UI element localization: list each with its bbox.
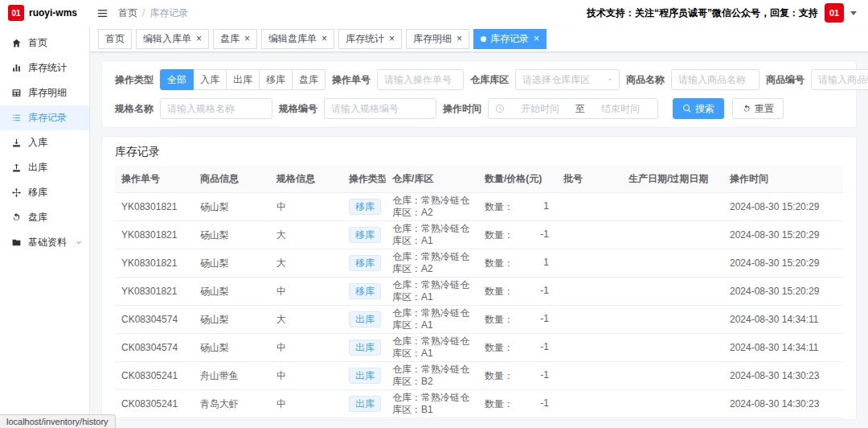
tab-stocktake[interactable]: 盘库×: [213, 29, 257, 49]
cell-batch: [557, 418, 622, 421]
operation-type-option[interactable]: 盘库: [293, 69, 326, 90]
records-table-body: YK08301821砀山梨中移库仓库：常熟冷链仓库区：A2数量：12024-08…: [115, 193, 843, 421]
tab-edit-inbound-order[interactable]: 编辑入库单×: [136, 29, 209, 49]
tab-inventory-detail[interactable]: 库存明细×: [406, 29, 469, 49]
operation-no-input[interactable]: [377, 69, 464, 90]
sidebar-item-label: 库存统计: [28, 61, 67, 75]
cell-qty: 数量：-1: [478, 390, 557, 418]
operation-type-badge: 出库: [349, 368, 381, 384]
sidebar-item-inventory-detail[interactable]: 库存明细: [0, 80, 89, 105]
sidebar-item-inbound[interactable]: 入库: [0, 130, 89, 155]
warehouse-area-label: 仓库库区: [470, 73, 509, 87]
sidebar-item-base-data[interactable]: 基础资料: [0, 230, 89, 255]
tab-close-icon[interactable]: ×: [457, 34, 462, 43]
operation-type-option[interactable]: 全部: [160, 69, 194, 90]
reset-button[interactable]: 重置: [732, 98, 784, 119]
tab-close-icon[interactable]: ×: [196, 34, 202, 43]
product-no-input[interactable]: [811, 69, 868, 90]
cell-order-no: CK08305241: [115, 418, 194, 421]
cell-time: 2024-08-30 15:20:29: [723, 193, 843, 221]
tab-close-icon[interactable]: ×: [321, 34, 327, 43]
cell-batch: [557, 221, 622, 249]
cell-dates: [622, 306, 723, 334]
clock-icon: [495, 104, 505, 113]
cell-dates: [622, 193, 723, 221]
cell-spec: 中: [270, 362, 342, 390]
sidebar-item-home[interactable]: 首页: [0, 31, 89, 56]
tab-close-icon[interactable]: ×: [389, 34, 395, 43]
column-header: 批号: [557, 166, 622, 193]
cell-qty: 数量：-1: [478, 278, 557, 306]
cell-warehouse: 仓库：常熟冷链仓库区：B1: [386, 390, 478, 418]
cell-spec: 中: [270, 193, 342, 221]
cell-dates: [622, 249, 723, 278]
operation-type-option[interactable]: 出库: [227, 69, 260, 90]
spec-no-label: 规格编号: [279, 102, 317, 116]
sidebar-item-transfer[interactable]: 移库: [0, 180, 89, 205]
cell-batch: [557, 390, 622, 418]
operation-no-label: 操作单号: [332, 73, 371, 87]
sidebar-item-stocktake[interactable]: 盘库: [0, 205, 89, 230]
move-icon: [11, 187, 22, 198]
sidebar-item-inventory-records[interactable]: 库存记录: [0, 105, 89, 130]
spec-no-input[interactable]: [324, 98, 436, 119]
cell-batch: [557, 334, 622, 362]
tab-edit-stocktake-order[interactable]: 编辑盘库单×: [261, 29, 334, 49]
cell-operation-type: 移库: [342, 193, 386, 221]
column-header: 商品信息: [194, 166, 270, 193]
tab-close-icon[interactable]: ×: [244, 34, 250, 43]
table-row: YK08301821砀山梨大移库仓库：常熟冷链仓库区：A2数量：12024-08…: [115, 249, 843, 278]
table-row: YK08301821砀山梨中移库仓库：常熟冷链仓库区：A1数量：-12024-0…: [115, 278, 843, 306]
operation-time-range[interactable]: 开始时间 至 结束时间: [488, 98, 658, 119]
cell-operation-type: 出库: [342, 418, 386, 421]
search-button[interactable]: 搜索: [673, 98, 724, 119]
cell-product: 砀山梨: [194, 306, 270, 334]
warehouse-area-select[interactable]: [515, 69, 620, 90]
tab-close-icon[interactable]: ×: [534, 34, 539, 43]
tab-label: 库存统计: [346, 32, 384, 46]
cell-spec: 大: [270, 418, 342, 421]
product-name-input[interactable]: [671, 69, 760, 90]
cell-time: 2024-08-30 14:30:23: [723, 362, 843, 390]
cell-spec: 中: [270, 278, 342, 306]
operation-type-option[interactable]: 移库: [260, 69, 293, 90]
user-avatar[interactable]: 01: [825, 3, 844, 23]
user-menu-caret-down-icon[interactable]: [850, 11, 857, 15]
operation-no-field: 操作单号: [332, 69, 464, 90]
cell-product: 砀山梨: [194, 334, 270, 362]
sidebar-item-outbound[interactable]: 出库: [0, 155, 89, 180]
sidebar-item-label: 基础资料: [28, 236, 67, 249]
tab-label: 编辑入库单: [143, 32, 191, 46]
tab-inventory-stats[interactable]: 库存统计×: [338, 29, 402, 49]
tab-label: 编辑盘库单: [268, 32, 317, 46]
table-header-row: 操作单号商品信息规格信息操作类型仓库/库区数量/价格(元)批号生产日期/过期日期…: [115, 166, 843, 193]
sidebar-item-inventory-stats[interactable]: 库存统计: [0, 56, 89, 80]
content-area: 操作类型 全部入库出库移库盘库 操作单号 仓库库区: [90, 52, 868, 428]
tab-home[interactable]: 首页: [98, 29, 132, 49]
cell-product: 舟山带鱼: [194, 418, 270, 421]
operation-type-badge: 出库: [349, 311, 381, 327]
spec-name-input[interactable]: [160, 98, 272, 119]
cell-batch: [557, 362, 622, 390]
inbound-icon: [11, 138, 22, 148]
breadcrumb-home[interactable]: 首页: [118, 6, 137, 20]
sidebar-menu: 首页库存统计库存明细库存记录入库出库移库盘库基础资料: [0, 26, 90, 428]
tab-inventory-records[interactable]: 库存记录×: [473, 29, 547, 49]
cell-warehouse: 仓库：常熟冷链仓库区：A2: [386, 193, 478, 221]
app-logo-icon: 01: [8, 5, 24, 21]
table-row: CK08305241舟山带鱼中出库仓库：常熟冷链仓库区：B2数量：-12024-…: [115, 362, 843, 390]
sidebar-item-label: 库存明细: [28, 86, 67, 100]
operation-type-option[interactable]: 入库: [194, 69, 227, 90]
cell-spec: 中: [270, 390, 342, 418]
sidebar-item-label: 库存记录: [28, 111, 67, 125]
records-table: 操作单号商品信息规格信息操作类型仓库/库区数量/价格(元)批号生产日期/过期日期…: [115, 166, 843, 420]
sidebar-toggle-icon[interactable]: [96, 7, 108, 19]
operation-type-radio-group: 全部入库出库移库盘库: [160, 69, 326, 90]
cell-dates: [622, 221, 723, 249]
tab-label: 盘库: [220, 32, 240, 46]
cell-warehouse: 仓库：常熟冷链仓库区：A1: [386, 278, 478, 306]
cell-spec: 中: [270, 334, 342, 362]
cell-time: 2024-08-30 14:34:11: [723, 334, 843, 362]
spec-name-label: 规格名称: [115, 102, 154, 116]
app-logo[interactable]: 01 ruoyi-wms: [0, 5, 90, 21]
